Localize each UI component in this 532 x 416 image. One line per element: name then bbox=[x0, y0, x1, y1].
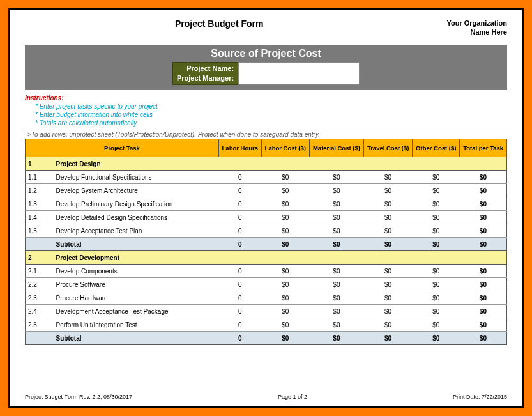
row-travel[interactable]: $0 bbox=[363, 278, 412, 291]
row-travel[interactable]: $0 bbox=[363, 305, 412, 318]
budget-table: Project Task Labor Hours Labor Cost ($) … bbox=[25, 139, 507, 345]
field-inputs[interactable] bbox=[238, 62, 360, 86]
row-other[interactable]: $0 bbox=[413, 291, 460, 305]
section-row: 2Project Development bbox=[26, 251, 507, 265]
row-material[interactable]: $0 bbox=[309, 305, 363, 318]
row-travel[interactable]: $0 bbox=[363, 211, 412, 224]
row-labor[interactable]: $0 bbox=[261, 224, 309, 238]
row-material[interactable]: $0 bbox=[309, 278, 363, 291]
row-task[interactable]: Develop Preliminary Design Specification bbox=[54, 197, 219, 211]
row-labor[interactable]: $0 bbox=[261, 197, 309, 211]
row-other[interactable]: $0 bbox=[413, 171, 460, 184]
row-labor[interactable]: $0 bbox=[261, 265, 309, 278]
row-num: 1.2 bbox=[26, 184, 54, 197]
input-project-manager[interactable] bbox=[239, 73, 359, 84]
row-material[interactable]: $0 bbox=[309, 211, 363, 224]
instruction-3: * Totals are calculated automatically bbox=[25, 119, 507, 127]
footer: Project Budget Form Rev. 2.2, 08/30/2017… bbox=[25, 394, 507, 400]
row-hours[interactable]: 0 bbox=[218, 318, 261, 332]
row-other[interactable]: $0 bbox=[413, 305, 460, 318]
row-total: $0 bbox=[460, 265, 507, 278]
document-page: Project Budget Form Your Organization Na… bbox=[8, 8, 524, 408]
footer-center: Page 1 of 2 bbox=[278, 394, 307, 400]
label-project-manager: Project Manager: bbox=[177, 73, 234, 83]
row-task[interactable]: Develop Detailed Design Specifications bbox=[54, 211, 219, 224]
col-material: Material Cost ($) bbox=[309, 139, 363, 157]
footer-left: Project Budget Form Rev. 2.2, 08/30/2017 bbox=[25, 394, 132, 400]
row-material[interactable]: $0 bbox=[309, 265, 363, 278]
row-material[interactable]: $0 bbox=[309, 171, 363, 184]
row-task[interactable]: Development Acceptance Test Package bbox=[54, 305, 219, 318]
row-material[interactable]: $0 bbox=[309, 197, 363, 211]
row-num: 1.3 bbox=[26, 197, 54, 211]
header: Project Budget Form Your Organization Na… bbox=[25, 19, 507, 37]
instruction-2: * Enter budget information into white ce… bbox=[25, 111, 507, 119]
row-hours[interactable]: 0 bbox=[218, 211, 261, 224]
row-other[interactable]: $0 bbox=[413, 197, 460, 211]
row-task[interactable]: Develop Components bbox=[54, 265, 219, 278]
subtotal-label: Subtotal bbox=[54, 332, 219, 345]
row-labor[interactable]: $0 bbox=[261, 305, 309, 318]
row-material[interactable]: $0 bbox=[309, 224, 363, 238]
subtotal-row: Subtotal0$0$0$0$0$0 bbox=[26, 332, 507, 345]
table-row: 1.1Develop Functional Specifications0$0$… bbox=[26, 171, 507, 184]
row-task[interactable]: Develop Acceptance Test Plan bbox=[54, 224, 219, 238]
col-other: Other Cost ($) bbox=[413, 139, 460, 157]
subtotal-total: $0 bbox=[460, 332, 507, 345]
row-task[interactable]: Perform Unit/Integration Test bbox=[54, 318, 219, 332]
row-total: $0 bbox=[460, 278, 507, 291]
row-labor[interactable]: $0 bbox=[261, 291, 309, 305]
row-other[interactable]: $0 bbox=[413, 265, 460, 278]
row-hours[interactable]: 0 bbox=[218, 197, 261, 211]
protect-note: >To add rows, unprotect sheet (Tools/Pro… bbox=[25, 130, 507, 139]
row-hours[interactable]: 0 bbox=[218, 278, 261, 291]
table-row: 1.3Develop Preliminary Design Specificat… bbox=[26, 197, 507, 211]
row-travel[interactable]: $0 bbox=[363, 171, 412, 184]
row-hours[interactable]: 0 bbox=[218, 265, 261, 278]
row-travel[interactable]: $0 bbox=[363, 265, 412, 278]
row-task[interactable]: Develop System Architecture bbox=[54, 184, 219, 197]
row-hours[interactable]: 0 bbox=[218, 224, 261, 238]
banner: Source of Project Cost Project Name: Pro… bbox=[25, 45, 507, 91]
row-material[interactable]: $0 bbox=[309, 184, 363, 197]
row-labor[interactable]: $0 bbox=[261, 318, 309, 332]
row-task[interactable]: Procure Software bbox=[54, 278, 219, 291]
row-labor[interactable]: $0 bbox=[261, 278, 309, 291]
row-hours[interactable]: 0 bbox=[218, 184, 261, 197]
footer-right: Print Date: 7/22/2015 bbox=[453, 394, 507, 400]
row-num: 2.1 bbox=[26, 265, 54, 278]
row-other[interactable]: $0 bbox=[413, 224, 460, 238]
table-row: 1.2Develop System Architecture0$0$0$0$0$… bbox=[26, 184, 507, 197]
row-other[interactable]: $0 bbox=[413, 318, 460, 332]
row-material[interactable]: $0 bbox=[309, 291, 363, 305]
subtotal-other: $0 bbox=[413, 238, 460, 251]
row-total: $0 bbox=[460, 224, 507, 238]
table-row: 2.1Develop Components0$0$0$0$0$0 bbox=[26, 265, 507, 278]
table-row: 1.5Develop Acceptance Test Plan0$0$0$0$0… bbox=[26, 224, 507, 238]
row-material[interactable]: $0 bbox=[309, 318, 363, 332]
input-project-name[interactable] bbox=[239, 63, 359, 73]
row-other[interactable]: $0 bbox=[413, 184, 460, 197]
row-labor[interactable]: $0 bbox=[261, 211, 309, 224]
row-task[interactable]: Develop Functional Specifications bbox=[54, 171, 219, 184]
row-travel[interactable]: $0 bbox=[363, 291, 412, 305]
row-other[interactable]: $0 bbox=[413, 278, 460, 291]
section-num: 1 bbox=[26, 157, 54, 171]
row-travel[interactable]: $0 bbox=[363, 224, 412, 238]
subtotal-travel: $0 bbox=[363, 238, 412, 251]
row-travel[interactable]: $0 bbox=[363, 197, 412, 211]
subtotal-travel: $0 bbox=[363, 332, 412, 345]
table-row: 2.2Procure Software0$0$0$0$0$0 bbox=[26, 278, 507, 291]
col-travel: Travel Cost ($) bbox=[363, 139, 412, 157]
row-travel[interactable]: $0 bbox=[363, 184, 412, 197]
row-task[interactable]: Procure Hardware bbox=[54, 291, 219, 305]
row-labor[interactable]: $0 bbox=[261, 171, 309, 184]
row-hours[interactable]: 0 bbox=[218, 291, 261, 305]
row-travel[interactable]: $0 bbox=[363, 318, 412, 332]
row-labor[interactable]: $0 bbox=[261, 184, 309, 197]
subtotal-other: $0 bbox=[413, 332, 460, 345]
page-title: Project Budget Form bbox=[175, 19, 263, 29]
row-hours[interactable]: 0 bbox=[218, 305, 261, 318]
row-other[interactable]: $0 bbox=[413, 211, 460, 224]
row-hours[interactable]: 0 bbox=[218, 171, 261, 184]
